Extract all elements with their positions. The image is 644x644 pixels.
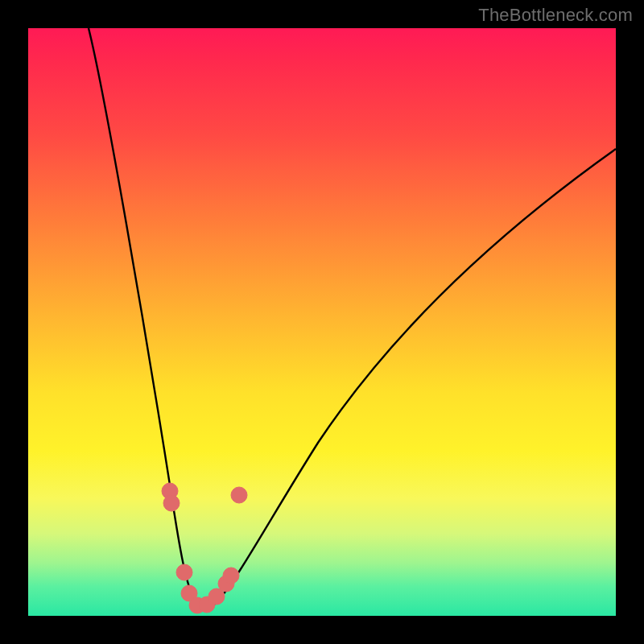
outer-frame: TheBottleneck.com [0, 0, 644, 644]
svg-point-1 [163, 495, 180, 511]
bottleneck-curve [89, 28, 616, 609]
plot-area [28, 28, 616, 616]
highlight-dots [162, 483, 247, 613]
svg-point-9 [231, 487, 247, 503]
svg-point-2 [176, 564, 192, 580]
svg-point-8 [223, 568, 239, 584]
watermark-text: TheBottleneck.com [478, 5, 633, 26]
curve-layer [28, 28, 616, 616]
